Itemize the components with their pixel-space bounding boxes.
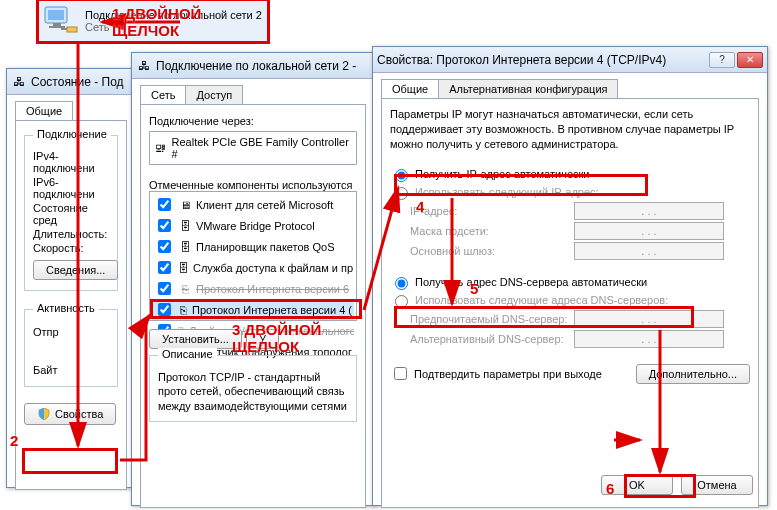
validate-checkbox[interactable] <box>394 367 407 380</box>
group-connection-label: Подключение <box>33 128 111 140</box>
validate-label: Подтвердить параметры при выходе <box>414 368 602 380</box>
window-ipv4-properties: Свойства: Протокол Интернета версии 4 (T… <box>372 46 768 506</box>
ipv6-row: IPv6-подключени <box>33 176 109 200</box>
protocol-icon: ⎘ <box>178 303 188 317</box>
tab-access[interactable]: Доступ <box>185 85 243 104</box>
group-activity-label: Активность <box>33 302 99 314</box>
svg-rect-4 <box>67 27 77 32</box>
intro-text: Параметры IP могут назначаться автоматич… <box>390 107 750 152</box>
network-icon: 🖧 <box>136 58 152 74</box>
tab-general-3[interactable]: Общие <box>381 79 439 98</box>
advanced-button[interactable]: Дополнительно... <box>636 364 750 384</box>
titlebar-ipv4[interactable]: Свойства: Протокол Интернета версии 4 (T… <box>373 47 767 73</box>
adapter-subtitle: Сеть <box>85 21 262 33</box>
component-checkbox[interactable] <box>158 282 171 295</box>
radio-dns-auto-label: Получить адрес DNS-сервера автоматически <box>415 276 647 288</box>
service-icon: 🗄 <box>178 219 192 233</box>
window-status: 🖧 Состояние - Под Общие Подключение IPv4… <box>6 68 136 488</box>
list-item[interactable]: 🖥Клиент для сетей Microsoft <box>152 194 354 215</box>
radio-ip-auto-label: Получить IP-адрес автоматически <box>415 168 589 180</box>
tab-general-1[interactable]: Общие <box>15 101 73 120</box>
uac-shield-icon <box>37 407 51 421</box>
radio-dns-auto[interactable] <box>395 277 408 290</box>
radio-ip-manual-label: Использовать следующий IP-адрес: <box>415 186 599 198</box>
description-text: Протокол TCP/IP - стандартный прото сете… <box>158 370 348 413</box>
install-button[interactable]: Установить... <box>149 329 242 349</box>
network-adapter-icon <box>41 3 81 39</box>
component-checkbox[interactable] <box>158 240 171 253</box>
svg-rect-2 <box>53 23 61 26</box>
radio-ip-manual[interactable] <box>395 187 408 200</box>
component-checkbox[interactable] <box>158 261 171 274</box>
ok-button[interactable]: OK <box>601 475 673 495</box>
titlebar-status[interactable]: 🖧 Состояние - Под <box>7 69 135 95</box>
radio-ip-auto[interactable] <box>395 169 408 182</box>
client-icon: 🖥 <box>178 198 192 212</box>
dns-alt-label: Альтернативный DNS-сервер: <box>410 333 570 345</box>
speed-row: Скорость: <box>33 242 109 254</box>
sent-label: Отпр <box>33 326 109 338</box>
ip-address-field: . . . <box>574 202 724 220</box>
media-row: Состояние сред <box>33 202 109 226</box>
dns-pref-label: Предпочитаемый DNS-сервер: <box>410 313 570 325</box>
title-conn: Подключение по локальной сети 2 - <box>156 59 356 73</box>
protocol-icon: ⎘ <box>178 282 192 296</box>
svg-rect-1 <box>48 10 64 20</box>
adapter-name-field: Realtek PCIe GBE Family Controller # <box>172 136 352 160</box>
list-item[interactable]: 🗄VMware Bridge Protocol <box>152 215 354 236</box>
properties-button[interactable]: Свойства <box>24 403 116 425</box>
svg-rect-3 <box>49 26 65 28</box>
adapter-name: Подключение по локальной сети 2 <box>85 9 262 21</box>
bytes-label: Байт <box>33 364 109 376</box>
list-item[interactable]: 🗄Служба доступа к файлам и при <box>152 257 354 278</box>
tab-alt-config[interactable]: Альтернативная конфигурация <box>438 79 618 98</box>
group-description-label: Описание <box>158 348 217 360</box>
cancel-button[interactable]: Отмена <box>681 475 753 495</box>
window-connection-properties: 🖧 Подключение по локальной сети 2 - Сеть… <box>131 52 375 506</box>
list-item[interactable]: 🗄Планировщик пакетов QoS <box>152 236 354 257</box>
close-button[interactable]: ✕ <box>737 52 763 68</box>
ip-address-label: IP-адрес: <box>410 205 570 217</box>
network-adapter-item[interactable]: Подключение по локальной сети 2 Сеть <box>38 0 268 42</box>
mask-field: . . . <box>574 222 724 240</box>
details-button[interactable]: Сведения... <box>33 260 118 280</box>
radio-dns-manual[interactable] <box>395 295 408 308</box>
uninstall-button[interactable]: У <box>246 329 279 349</box>
duration-row: Длительность: <box>33 228 109 240</box>
components-label: Отмеченные компоненты используются <box>149 179 357 191</box>
service-icon: 🗄 <box>178 240 192 254</box>
title-ipv4: Свойства: Протокол Интернета версии 4 (T… <box>377 53 709 67</box>
service-icon: 🗄 <box>178 261 189 275</box>
gateway-field: . . . <box>574 242 724 260</box>
nic-icon: 🖳 <box>154 141 168 155</box>
component-checkbox[interactable] <box>158 198 171 211</box>
network-icon: 🖧 <box>11 74 27 90</box>
titlebar-conn[interactable]: 🖧 Подключение по локальной сети 2 - <box>132 53 374 79</box>
radio-dns-manual-label: Использовать следующие адреса DNS-сервер… <box>415 294 668 306</box>
dns-pref-field: . . . <box>574 310 724 328</box>
ipv4-row: IPv4-подключени <box>33 150 109 174</box>
help-button[interactable]: ? <box>709 52 735 68</box>
components-list[interactable]: 🖥Клиент для сетей Microsoft 🗄VMware Brid… <box>149 191 357 321</box>
component-checkbox[interactable] <box>158 219 171 232</box>
title-status: Состояние - Под <box>31 75 124 89</box>
tab-network[interactable]: Сеть <box>140 85 186 104</box>
dns-alt-field: . . . <box>574 330 724 348</box>
mask-label: Маска подсети: <box>410 225 570 237</box>
connect-via-label: Подключение через: <box>149 115 357 127</box>
list-item-ipv4[interactable]: ⎘Протокол Интернета версии 4 ( <box>152 299 354 320</box>
component-checkbox[interactable] <box>158 303 171 316</box>
list-item[interactable]: ⎘Протокол Интернета версии 6 <box>152 278 354 299</box>
gateway-label: Основной шлюз: <box>410 245 570 257</box>
